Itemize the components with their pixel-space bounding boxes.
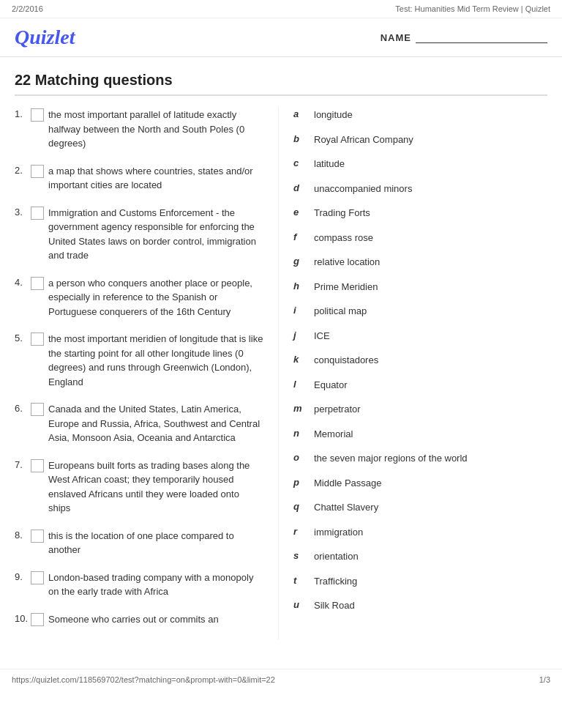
answer-text: unaccompanied minors bbox=[314, 182, 412, 196]
answer-text: orientation bbox=[314, 549, 359, 564]
question-number: 6. bbox=[15, 403, 31, 414]
answer-letter: t bbox=[293, 575, 308, 586]
question-checkbox[interactable] bbox=[31, 207, 44, 220]
answer-item: b Royal African Company bbox=[293, 133, 547, 147]
question-checkbox[interactable] bbox=[31, 165, 44, 178]
answer-letter: b bbox=[293, 133, 308, 144]
answer-text: the seven major regions of the world bbox=[314, 451, 468, 466]
answer-item: t Trafficking bbox=[293, 574, 547, 589]
answer-item: o the seven major regions of the world bbox=[293, 451, 547, 466]
question-checkbox[interactable] bbox=[31, 333, 44, 346]
answer-item: n Memorial bbox=[293, 427, 547, 442]
answer-item: a longitude bbox=[293, 108, 547, 122]
question-checkbox[interactable] bbox=[31, 108, 44, 122]
question-item: 2. a map that shows where countries, sta… bbox=[15, 164, 263, 193]
answer-letter: i bbox=[293, 305, 308, 316]
answer-text: Chattel Slavery bbox=[314, 500, 378, 515]
answer-letter: k bbox=[293, 354, 308, 365]
question-checkbox[interactable] bbox=[31, 530, 44, 543]
question-item: 5. the most important meridien of longit… bbox=[15, 332, 263, 389]
top-bar: 2/2/2016 Test: Humanities Mid Term Revie… bbox=[0, 0, 562, 18]
question-text: Immigration and Customs Enforcement - th… bbox=[48, 206, 263, 263]
question-item: 8. this is the location of one place com… bbox=[15, 529, 263, 557]
answers-column: a longitude b Royal African Company c la… bbox=[278, 108, 547, 639]
question-text: London-based trading company with a mono… bbox=[48, 571, 263, 599]
question-text: a person who conquers another place or p… bbox=[48, 276, 263, 319]
answer-item: i political map bbox=[293, 304, 547, 319]
question-checkbox[interactable] bbox=[31, 613, 44, 626]
answer-letter: r bbox=[293, 526, 308, 537]
question-number: 7. bbox=[15, 459, 31, 470]
answer-text: Trafficking bbox=[314, 574, 357, 589]
answer-letter: c bbox=[293, 157, 308, 168]
question-text: Someone who carries out or commits an bbox=[48, 612, 219, 627]
answer-text: conquistadores bbox=[314, 353, 378, 368]
name-label: NAME bbox=[381, 32, 411, 43]
answer-letter: e bbox=[293, 207, 308, 218]
answer-text: Royal African Company bbox=[314, 133, 413, 147]
answer-letter: u bbox=[293, 599, 308, 610]
answer-item: q Chattel Slavery bbox=[293, 500, 547, 515]
question-checkbox[interactable] bbox=[31, 277, 44, 290]
answer-letter: h bbox=[293, 281, 308, 291]
answer-item: c latitude bbox=[293, 157, 547, 171]
question-text: Europeans built forts as trading bases a… bbox=[48, 458, 263, 516]
answer-text: Middle Passage bbox=[314, 476, 382, 491]
question-checkbox[interactable] bbox=[31, 571, 44, 584]
answer-text: relative location bbox=[314, 255, 380, 270]
answer-text: Equator bbox=[314, 378, 348, 393]
answer-letter: n bbox=[293, 428, 308, 439]
question-number: 4. bbox=[15, 277, 31, 288]
answer-text: longitude bbox=[314, 108, 353, 122]
question-item: 10. Someone who carries out or commits a… bbox=[15, 612, 263, 627]
answer-item: h Prime Meridien bbox=[293, 280, 547, 294]
answer-item: j ICE bbox=[293, 329, 547, 343]
answer-letter: s bbox=[293, 550, 308, 561]
question-number: 3. bbox=[15, 207, 31, 218]
question-text: Canada and the United States, Latin Amer… bbox=[48, 402, 263, 445]
answer-item: l Equator bbox=[293, 378, 547, 393]
answer-letter: q bbox=[293, 501, 308, 512]
question-text: a map that shows where countries, states… bbox=[48, 164, 263, 193]
question-item: 7. Europeans built forts as trading base… bbox=[15, 458, 263, 516]
answer-letter: m bbox=[293, 403, 308, 414]
question-item: 9. London-based trading company with a m… bbox=[15, 571, 263, 599]
answer-item: e Trading Forts bbox=[293, 206, 547, 220]
answer-item: m perpetrator bbox=[293, 402, 547, 417]
answer-item: g relative location bbox=[293, 255, 547, 270]
question-item: 4. a person who conquers another place o… bbox=[15, 276, 263, 319]
answer-text: perpetrator bbox=[314, 402, 361, 417]
answer-letter: f bbox=[293, 231, 308, 242]
answer-letter: j bbox=[293, 330, 308, 341]
answer-text: Trading Forts bbox=[314, 206, 370, 220]
answer-text: immigration bbox=[314, 525, 363, 540]
answer-letter: a bbox=[293, 108, 308, 119]
answer-item: k conquistadores bbox=[293, 353, 547, 368]
question-item: 6. Canada and the United States, Latin A… bbox=[15, 402, 263, 445]
answer-item: p Middle Passage bbox=[293, 476, 547, 491]
question-checkbox[interactable] bbox=[31, 403, 44, 416]
question-number: 8. bbox=[15, 530, 31, 541]
answer-text: latitude bbox=[314, 157, 345, 171]
answer-letter: l bbox=[293, 379, 308, 390]
answer-item: r immigration bbox=[293, 525, 547, 540]
answer-letter: g bbox=[293, 256, 308, 267]
main-content: 22 Matching questions 1. the most import… bbox=[0, 57, 562, 654]
question-checkbox[interactable] bbox=[31, 459, 44, 472]
content-area: 1. the most important parallel of latitu… bbox=[15, 108, 547, 639]
answer-item: d unaccompanied minors bbox=[293, 182, 547, 196]
footer-url[interactable]: https://quizlet.com/118569702/test?match… bbox=[12, 675, 275, 684]
page-title: Test: Humanities Mid Term Review | Quizl… bbox=[395, 4, 550, 13]
footer: https://quizlet.com/118569702/test?match… bbox=[0, 669, 562, 690]
question-text: the most important parallel of latitude … bbox=[48, 108, 263, 151]
answer-text: Prime Meridien bbox=[314, 280, 378, 294]
questions-column: 1. the most important parallel of latitu… bbox=[15, 108, 278, 639]
question-number: 1. bbox=[15, 108, 31, 119]
question-text: this is the location of one place compar… bbox=[48, 529, 263, 557]
answer-text: Memorial bbox=[314, 427, 353, 442]
question-number: 10. bbox=[15, 613, 31, 624]
footer-page: 1/3 bbox=[539, 675, 550, 684]
logo[interactable]: Quizlet bbox=[15, 26, 75, 49]
question-text: the most important meridien of longitude… bbox=[48, 332, 263, 389]
date-label: 2/2/2016 bbox=[12, 4, 43, 13]
